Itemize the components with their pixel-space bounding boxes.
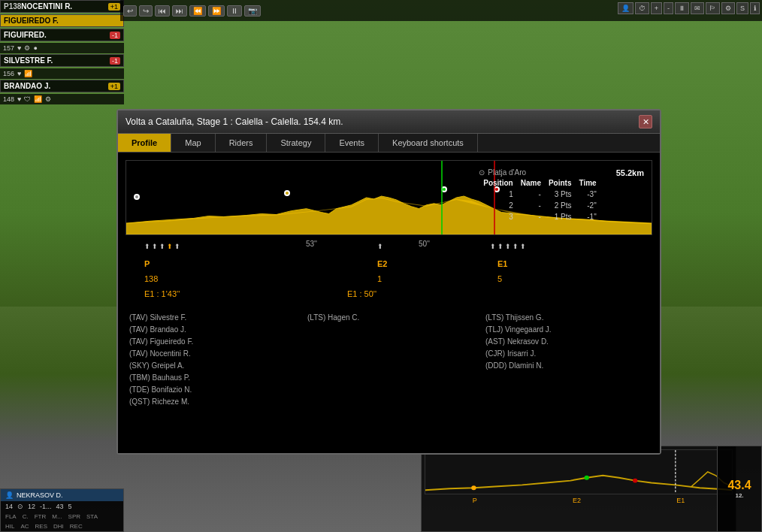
top-icon-2[interactable]: ⏱	[635, 2, 649, 14]
group-E1-rider-1: (LTS) Thijssen G.	[485, 312, 649, 324]
group-times-row: E1 : 1'43'' E1 : 50''	[129, 289, 649, 306]
hud-stats-3: 157 ♥ ⚙ ●	[0, 43, 124, 53]
toolbar-btn-next[interactable]: ⏭	[172, 5, 187, 17]
hud-rider-row-2-selected[interactable]: FIGUEIREDO F.	[0, 14, 124, 27]
rider-group-E1: (LTS) Thijssen G. (TLJ) Vingegaard J. (A…	[485, 312, 649, 408]
toolbar-btn-prev[interactable]: ⏮	[155, 5, 170, 17]
bottom-hud-header: 👤 NEKRASOV D.	[1, 489, 123, 501]
label-STA: STA	[86, 513, 98, 520]
minimap-labels: P E2 E1	[425, 497, 733, 504]
dot-icon-3: ●	[33, 44, 37, 52]
top-icon-4[interactable]: -	[664, 2, 673, 14]
svg-point-5	[585, 476, 589, 480]
group-P-rider-5: (SKY) Greipel A.	[129, 360, 292, 372]
stat-val-5: 148	[3, 95, 14, 103]
tab-map[interactable]: Map	[171, 134, 215, 152]
toolbar-btn-rewind[interactable]: ⏪	[189, 5, 206, 17]
stat-val-4: 156	[3, 70, 14, 77]
label-REC: REC	[70, 523, 83, 530]
arrow-p-1: ⬆	[144, 243, 150, 250]
bottom-rider-name: NEKRASOV D.	[17, 491, 63, 499]
arrow-p-4: ⬆	[167, 243, 173, 250]
pts-1: 3 Pts	[546, 189, 575, 199]
arrow-e2: ⬆	[377, 243, 383, 250]
label-HIL: HIL	[5, 523, 14, 530]
arrow-p-2: ⬆	[152, 243, 158, 250]
arrow-e1-1: ⬆	[490, 243, 496, 250]
pos-2: 2	[480, 201, 516, 210]
points-overlay: ⊙ Platja d'Aro Position Name Points Time	[479, 168, 644, 223]
heart-icon-4: ♥	[17, 70, 21, 77]
dialog-close-button[interactable]: ✕	[639, 115, 652, 128]
group-P-rider-2: (TAV) Brandao J.	[129, 324, 292, 336]
label-SPR: SPR	[68, 513, 80, 520]
label-FTR: FTR	[35, 513, 47, 520]
points-row-3: 3 - 1 Pts -1"	[480, 212, 599, 222]
group-P-time: E1 : 1'43''	[144, 289, 180, 298]
top-icon-3[interactable]: +	[651, 2, 662, 14]
heart-icon-3: ♥	[17, 44, 21, 52]
minimap-label-E2: E2	[573, 497, 581, 504]
top-icon-5[interactable]: ✉	[691, 2, 704, 14]
pts-3: 1 Pts	[546, 212, 575, 222]
time-header: Time	[576, 178, 600, 188]
top-icon-S[interactable]: S	[736, 2, 748, 14]
tab-strategy[interactable]: Strategy	[267, 134, 325, 152]
group-E2-number: 1	[377, 274, 382, 283]
top-icon-info[interactable]: ℹ	[750, 2, 760, 14]
tab-profile[interactable]: Profile	[118, 134, 171, 152]
tab-keyboard[interactable]: Keyboard shortcuts	[379, 134, 478, 152]
group-P-number: 138	[144, 274, 158, 283]
top-icon-7[interactable]: ⚙	[721, 2, 735, 14]
signal-icon-5: 📶	[34, 95, 42, 103]
label-M: M...	[52, 513, 62, 520]
top-icon-6[interactable]: 🏳	[706, 2, 720, 14]
tab-events[interactable]: Events	[325, 134, 379, 152]
rider-badge-4: -1	[110, 57, 120, 65]
hud-stats-5: 148 ♥ 🛡 📶 ⚙	[0, 94, 124, 104]
rider-name-2: FIGUEIREDO F.	[4, 17, 120, 25]
group-E1-rider-5: (DDD) Dlamini N.	[485, 360, 649, 372]
pts-2: 2 Pts	[546, 201, 575, 210]
group-labels-row: P E2 E1	[129, 259, 649, 274]
group-P-rider-6: (TBM) Bauhaus P.	[129, 372, 292, 384]
bottom-minimap: P E2 E1	[421, 446, 736, 532]
pos-3: 3	[480, 212, 516, 222]
minimap-svg	[425, 450, 732, 494]
time-1: -3"	[576, 189, 600, 199]
e2-group-arrow: ⬆	[377, 243, 383, 250]
bottom-hud-labels-2: HIL AC RES DHI REC	[1, 521, 123, 531]
arrow-e1-3: ⬆	[505, 243, 511, 250]
toolbar-btn-pause[interactable]: ⏸	[227, 5, 242, 17]
p-group-arrows: ⬆ ⬆ ⬆ ⬆ ⬆	[144, 243, 180, 250]
rider-badge-5: +1	[108, 83, 120, 90]
toolbar-btn-ffwd[interactable]: ⏩	[208, 5, 225, 17]
top-icon-pause[interactable]: ⏸	[675, 2, 689, 14]
toolbar-btn-camera[interactable]: 📷	[244, 5, 261, 17]
sprint-km: 55.2km	[616, 168, 644, 177]
minimap-label-E1: E1	[676, 497, 685, 504]
time-2: -2"	[576, 201, 600, 210]
dialog-tabs: Profile Map Riders Strategy Events Keybo…	[118, 134, 660, 153]
gear-icon-3: ⚙	[24, 44, 30, 52]
top-icon-1[interactable]: 👤	[618, 2, 633, 14]
heart-icon-5: ♥	[17, 95, 21, 103]
group-E1-rider-3: (AST) Nekrasov D.	[485, 336, 649, 348]
dialog-content: ⊙ Platja d'Aro Position Name Points Time	[118, 153, 660, 453]
pos-1: 1	[480, 189, 516, 199]
points-row-1: 1 - 3 Pts -3"	[480, 189, 599, 199]
speed-sub: 12.	[735, 492, 743, 499]
rider-badge-3: -1	[110, 32, 120, 39]
group-numbers-row: 138 1 5	[129, 274, 649, 289]
bottom-hud-stats: 14 ⊙ 12 -1... 43 5	[1, 501, 123, 512]
group-P-rider-8: (QST) Richeze M.	[129, 396, 292, 408]
toolbar-btn-back[interactable]: ↩	[123, 5, 137, 17]
toolbar-btn-forward[interactable]: ↪	[139, 5, 153, 17]
bottom-stat-v1: 12	[28, 503, 35, 510]
sprint-point-name: Platja d'Aro	[488, 168, 526, 177]
hud-rider-row-5: BRANDAO J. +1	[0, 80, 124, 92]
e1-group-arrows: ⬆ ⬆ ⬆ ⬆ ⬆	[490, 243, 526, 250]
bottom-rider-icon: 👤	[5, 491, 14, 499]
tab-riders[interactable]: Riders	[216, 134, 268, 152]
group-E1-rider-4: (CJR) Irisarri J.	[485, 348, 649, 360]
